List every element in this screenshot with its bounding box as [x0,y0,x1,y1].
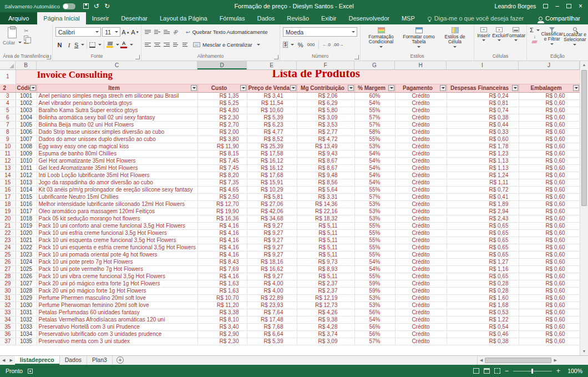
autosave-switch[interactable] [63,3,75,9]
filter-button-pagamento[interactable] [440,85,446,91]
cell-item[interactable]: Petalas Vermelhas Afrodisíacas aromática… [37,316,197,323]
cell-embalagem[interactable]: R$ 0,60 [519,330,580,338]
cell-mg-contribuicao[interactable]: R$ 3,74 [297,330,354,338]
cell-embalagem[interactable]: R$ 0,60 [519,172,580,179]
cell-mg-contribuicao[interactable]: R$ 14,36 [297,200,354,208]
cell-codigo[interactable]: 1012 [16,172,37,179]
cell-pagamento[interactable]: Crédito [395,172,447,179]
cell-item[interactable]: Jogo da raspadinha do amor diversão ao c… [37,179,197,186]
cell-codigo[interactable]: 1031 [16,309,37,316]
scroll-right-icon[interactable]: ▶ [551,358,559,363]
cell-mg-contribuicao[interactable]: R$ 8,67 [297,157,354,164]
cell-item[interactable]: Perfume Pherwoman feminino 20ml soft lov… [37,301,197,309]
cell-pagamento[interactable]: Crédito [395,309,447,316]
cell-despesas-financeiras[interactable]: R$ 0,46 [447,330,519,338]
cell-item[interactable]: Bolinha Beija muito 02 uni Hot Flowers [37,121,197,128]
cell-preco-venda[interactable]: R$ 9,27 [247,244,297,251]
cell-mg-contribuicao[interactable]: R$ 12,19 [297,294,354,301]
cell-pagamento[interactable]: Crédito [395,193,447,200]
ribbon-tab-inserir[interactable]: Inserir [86,12,115,24]
cell-custo[interactable]: R$ 16,36 [197,215,247,222]
align-right-icon[interactable] [164,43,170,47]
cell-mg-contribuicao[interactable]: R$ 9,73 [297,258,354,265]
cell-codigo[interactable]: 1035 [16,338,37,345]
cell-custo[interactable]: R$ 3,80 [197,135,247,143]
cell-custo[interactable]: R$ 7,69 [197,265,247,273]
cell-margem[interactable]: 53% [354,301,395,309]
table-header-margem[interactable]: % Margem [354,84,395,92]
cell-margem[interactable]: 56% [354,309,395,316]
cell-despesas-financeiras[interactable]: R$ 0,60 [447,135,519,143]
cell-despesas-financeiras[interactable]: R$ 0,53 [447,309,519,316]
fill-icon[interactable]: ↓ [534,34,536,39]
cell-pagamento[interactable]: Crédito [395,208,447,215]
cell-item[interactable]: Anel vibrador peniano borboleta gtoys [37,99,197,107]
cell-item[interactable]: Bolinha aromática sexy ball 02 uni sexy … [37,114,197,121]
ribbon-tab-desenvolvedor[interactable]: Desenvolvedor [343,12,396,24]
cell-embalagem[interactable]: R$ 0,60 [519,244,580,251]
cell-preco-venda[interactable]: R$ 16,62 [247,265,297,273]
cell-codigo[interactable]: 1006 [16,128,37,135]
cell-embalagem[interactable]: R$ 0,60 [519,294,580,301]
cell-codigo[interactable]: 1015 [16,193,37,200]
cell-item[interactable]: Lubrificante Neutro 15ml Chillies [37,193,197,200]
cell-preco-venda[interactable]: R$ 23,93 [247,301,297,309]
column-header-b[interactable]: B [16,61,37,69]
cell-pagamento[interactable]: Crédito [395,114,447,121]
cell-mg-contribuicao[interactable]: R$ 5,11 [297,251,354,258]
column-header-j[interactable]: J [519,61,580,69]
cell-custo[interactable]: R$ 2,90 [197,330,247,338]
clipboard-dialog-launcher-icon[interactable] [47,55,51,59]
row-header-14[interactable]: 14 [0,172,16,179]
align-left-icon[interactable] [145,43,151,47]
ribbon-tab-desenhar[interactable]: Desenhar [115,12,154,24]
cell-codigo[interactable]: 1026 [16,273,37,280]
cell-item[interactable]: Pack 10 uni esquenta creme funcional 3,5… [37,237,197,244]
cell-custo[interactable]: R$ 8,43 [197,258,247,265]
cell-item[interactable]: Pack 05 kit sedução morango hot flowers [37,215,197,222]
cell-pagamento[interactable]: Crédito [395,107,447,114]
fill-color-icon[interactable] [107,40,119,49]
cell-embalagem[interactable]: R$ 0,60 [519,92,580,99]
cell-despesas-financeiras[interactable]: R$ 0,72 [447,186,519,193]
cell-margem[interactable]: 54% [354,99,395,107]
cell-pagamento[interactable]: Crédito [395,179,447,186]
cell-mg-contribuicao[interactable]: R$ 2,77 [297,128,354,135]
cell-codigo[interactable]: 1008 [16,143,37,150]
cell-custo[interactable]: R$ 2,30 [197,114,247,121]
cell-mg-contribuicao[interactable]: R$ 13,49 [297,143,354,150]
font-size-select[interactable]: 11 [102,27,120,37]
cell-pagamento[interactable]: Crédito [395,301,447,309]
user-name[interactable]: Leandro Borges [495,3,536,9]
cell-mg-contribuicao[interactable]: R$ 4,72 [297,135,354,143]
add-sheet-button[interactable]: + [116,356,124,364]
cell-custo[interactable]: R$ 2,30 [197,338,247,345]
font-name-select[interactable]: Calibri [55,27,101,37]
column-header-f[interactable]: F [297,61,354,69]
cell-embalagem[interactable]: R$ 0,60 [519,193,580,200]
cell-embalagem[interactable]: R$ 0,60 [519,99,580,107]
cell-codigo[interactable]: 1007 [16,135,37,143]
cell-preco-venda[interactable]: R$ 7,64 [247,309,297,316]
cell-despesas-financeiras[interactable]: R$ 1,13 [447,157,519,164]
cell-codigo[interactable]: 1020 [16,229,37,237]
merge-center-button[interactable]: ↔ Mesclar e Centralizar [193,42,260,48]
insert-cells-button[interactable]: + Inserir [476,26,491,53]
cell-mg-contribuicao[interactable]: R$ 9,38 [297,316,354,323]
cell-embalagem[interactable]: R$ 0,60 [519,229,580,237]
cell-embalagem[interactable]: R$ 0,60 [519,287,580,294]
cell-despesas-financeiras[interactable]: R$ 1,89 [447,200,519,208]
cell-codigo[interactable]: 1019 [16,222,37,229]
cell-margem[interactable]: 55% [354,107,395,114]
cell-despesas-financeiras[interactable]: R$ 2,43 [447,215,519,222]
cell-embalagem[interactable]: R$ 0,60 [519,251,580,258]
row-header-30[interactable]: 30 [0,287,16,294]
ribbon-tab-layout-da-pagina[interactable]: Layout da Página [154,12,214,24]
table-header-item[interactable]: Item [37,84,197,92]
cell-item[interactable]: Dados do amor unissex duplo diversão ao … [37,135,197,143]
cell-codigo[interactable]: 1032 [16,316,37,323]
cell-preco-venda[interactable]: R$ 34,68 [247,215,297,222]
decrease-indent-icon[interactable] [173,43,179,47]
cell-custo[interactable]: R$ 4,16 [197,222,247,229]
cell-margem[interactable]: 57% [354,114,395,121]
